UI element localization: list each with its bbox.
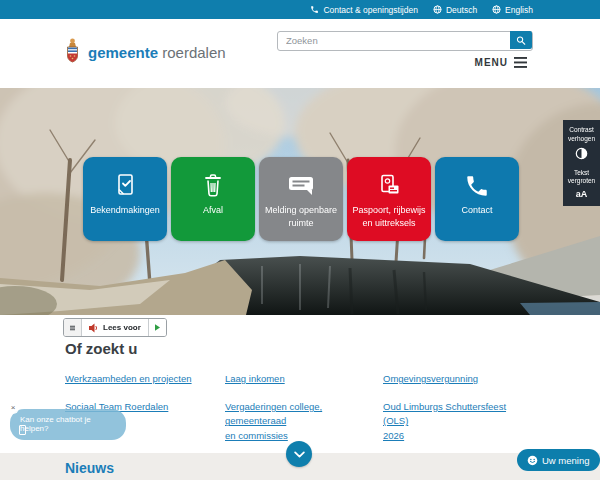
chatbot-bubble[interactable]: × Kan onze chatbot je helpen? (10, 409, 126, 440)
passport-icon (347, 171, 431, 201)
trash-icon (171, 171, 255, 201)
lees-voor-button[interactable]: Lees voor (82, 319, 148, 336)
search-icon (516, 34, 526, 47)
readspeaker-menu-button[interactable] (64, 319, 82, 336)
increase-contrast-button[interactable]: Contrast verhogen (568, 126, 595, 160)
tile-label: Melding openbare ruimte (261, 204, 341, 229)
language-deutsch-label: Deutsch (446, 5, 477, 15)
globe-icon (433, 5, 442, 14)
enlarge-text-label: Tekst vergroten (568, 169, 595, 187)
increase-contrast-label: Contrast verhogen (568, 126, 595, 144)
tile-afval[interactable]: Afval (171, 157, 255, 241)
section-title: Of zoekt u (65, 340, 543, 357)
link-vergaderingen-college[interactable]: Vergaderingen college, gemeenteraad en c… (225, 400, 369, 444)
speaker-icon (89, 323, 99, 333)
language-english-link[interactable]: English (492, 5, 533, 15)
menu-label: MENU (475, 57, 508, 68)
lees-voor-label: Lees voor (103, 323, 141, 332)
quick-tiles: Bekendmakingen Afval Melding openbare ru… (83, 157, 519, 241)
tile-bekendmakingen[interactable]: Bekendmakingen (83, 157, 167, 241)
readspeaker-play-button[interactable] (148, 319, 166, 336)
search-input[interactable] (277, 31, 533, 51)
hamburger-icon (70, 324, 75, 332)
chat-bubble-icon (259, 171, 343, 201)
logo-light: roerdalen (162, 44, 225, 61)
tile-contact[interactable]: Contact (435, 157, 519, 241)
tile-label: Contact (437, 204, 517, 217)
language-deutsch-link[interactable]: Deutsch (433, 5, 477, 15)
chevron-down-icon (294, 451, 305, 458)
tile-melding-openbare-ruimte[interactable]: Melding openbare ruimte (259, 157, 343, 241)
contact-openingstijden-link[interactable]: Contact & openingstijden (310, 5, 418, 15)
scroll-down-button[interactable] (286, 441, 312, 467)
play-icon (155, 323, 160, 332)
robot-icon (19, 425, 26, 435)
link-laag-inkomen[interactable]: Laag inkomen (225, 372, 369, 387)
language-english-label: English (505, 5, 533, 15)
readspeaker-widget: Lees voor (63, 318, 167, 337)
menu-button[interactable]: MENU (469, 56, 533, 69)
topbar: Contact & openingstijden Deutsch English (0, 0, 600, 19)
globe-icon (492, 5, 501, 14)
tile-label: Paspoort, rijbewijs en uittreksels (349, 204, 429, 229)
uw-mening-label: Uw mening (542, 455, 590, 466)
page: Contact & openingstijden Deutsch English… (0, 0, 600, 480)
coat-of-arms-icon (64, 38, 81, 66)
logo-text: gemeente roerdalen (88, 44, 226, 61)
smiley-icon (527, 455, 538, 466)
text-size-icon: aA (576, 189, 588, 199)
logo-bold: gemeente (88, 44, 158, 61)
document-check-icon (83, 171, 167, 201)
phone-icon (310, 5, 319, 14)
phone-icon (435, 171, 519, 201)
tile-paspoort-rijbewijs[interactable]: Paspoort, rijbewijs en uittreksels (347, 157, 431, 241)
header: gemeente roerdalen MENU (0, 19, 600, 88)
tile-label: Afval (173, 204, 253, 217)
logo-link[interactable]: gemeente roerdalen (64, 38, 226, 66)
link-omgevingsvergunning[interactable]: Omgevingsvergunning (383, 372, 521, 387)
enlarge-text-button[interactable]: Tekst vergroten aA (568, 169, 595, 200)
chatbot-message: Kan onze chatbot je helpen? (20, 415, 120, 433)
tile-label: Bekendmakingen (85, 204, 165, 217)
link-werkzaamheden-en-projecten[interactable]: Werkzaamheden en projecten (65, 372, 211, 387)
contact-openingstijden-label: Contact & openingstijden (323, 5, 418, 15)
hero-banner: Contrast verhogen Tekst vergroten aA Bek… (0, 88, 600, 315)
contrast-icon (575, 147, 588, 160)
link-oud-limburgs-schuttersfeest[interactable]: Oud Limburgs Schuttersfeest (OLS) 2026 (383, 400, 521, 444)
search-bar (277, 30, 533, 50)
uw-mening-button[interactable]: Uw mening (517, 449, 600, 471)
chatbot-close-button[interactable]: × (7, 402, 19, 414)
search-button[interactable] (510, 31, 532, 49)
news-title: Nieuws (65, 460, 114, 476)
hamburger-icon (514, 57, 527, 68)
accessibility-panel: Contrast verhogen Tekst vergroten aA (563, 120, 600, 206)
